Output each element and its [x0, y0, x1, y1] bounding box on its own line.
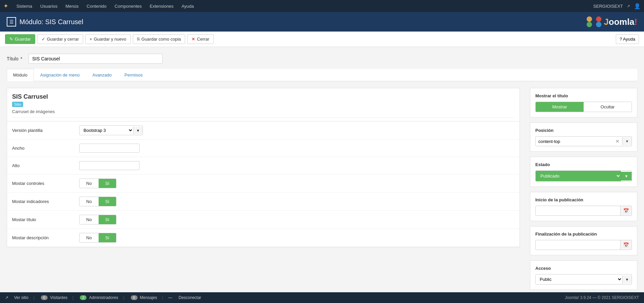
form-row-alto: Alto [7, 157, 520, 174]
visitantes-count: 0 [41, 295, 48, 300]
form-section: Versión plantilla Bootstrap 3 Bootstrap … [7, 121, 520, 247]
inicio-input[interactable] [536, 206, 620, 215]
titulo-mod-si-btn[interactable]: Sí [99, 215, 116, 224]
descripcion-si-btn[interactable]: Sí [99, 233, 116, 242]
version-select[interactable]: Bootstrap 3 Bootstrap 4 Bootstrap 5 [79, 126, 133, 135]
plus-icon: + [90, 37, 92, 42]
ver-sitio-icon: ↗ [5, 295, 8, 300]
label-indicadores: Mostar indicadores [12, 199, 79, 204]
close-button[interactable]: ✕ Cerrar [187, 34, 214, 44]
footer-version: Joomla! 3.9.24 [565, 295, 591, 300]
joomla-logo: Joomla! [586, 16, 637, 28]
acceso-select[interactable]: Public Guest Registered Special Super Us… [536, 274, 622, 284]
show-btn[interactable]: Mostrar [536, 102, 584, 112]
nav-componentes[interactable]: Componentes [111, 0, 146, 12]
save-copy-button[interactable]: ⎘ Guardar como copia [133, 34, 185, 44]
ancho-input[interactable] [79, 144, 140, 153]
control-indicadores: No Sí [79, 197, 515, 206]
admins-badge: 2 Administradores [78, 295, 118, 300]
title-label: Título * [7, 56, 23, 61]
indicadores-no-btn[interactable]: No [79, 197, 99, 206]
control-ancho [79, 144, 515, 153]
acceso-select-wrapper: Public Guest Registered Special Super Us… [535, 274, 632, 285]
title-row: Título * [7, 54, 637, 64]
position-dropdown-btn[interactable]: ▼ [622, 137, 632, 145]
control-version: Bootstrap 3 Bootstrap 4 Bootstrap 5 ▼ [79, 125, 515, 135]
estado-select[interactable]: Publicado No publicado Archivado En la p… [536, 171, 621, 181]
toolbar: ✎ Guardar ✓ Guardar y cerrar + Guardar y… [0, 32, 644, 47]
help-icon: ? [620, 37, 622, 42]
user-section: SERGIOISEXT ↗ 👤 [593, 3, 641, 9]
control-controles: No Sí [79, 179, 515, 188]
version-select-wrapper[interactable]: Bootstrap 3 Bootstrap 4 Bootstrap 5 ▼ [79, 125, 143, 135]
main-content: Título * Módulo Asignación de menú Avanz… [0, 47, 644, 303]
estado-select-wrapper: Publicado No publicado Archivado En la p… [535, 170, 632, 182]
title-input[interactable] [29, 54, 163, 64]
estado-dropdown-arrow[interactable]: ▼ [621, 172, 632, 181]
label-alto: Alto [12, 163, 79, 168]
acceso-section: Acceso Public Guest Registered Special S… [530, 260, 637, 290]
save-close-button[interactable]: ✓ Guardar y cerrar [37, 34, 83, 44]
tab-modulo[interactable]: Módulo [7, 69, 34, 81]
page-title: Módulo: SIS Carrusel [19, 18, 83, 26]
alto-input[interactable] [79, 161, 140, 170]
mensajes-label: Mensajes [140, 295, 157, 300]
indicadores-toggle: No Sí [79, 197, 116, 206]
tabs-bar: Módulo Asignación de menú Avanzado Permi… [7, 69, 637, 81]
titulo-mod-no-btn[interactable]: No [79, 215, 99, 224]
username-label[interactable]: SERGIOISEXT [593, 4, 623, 9]
ver-sitio-link[interactable]: Ver sitio [14, 295, 29, 300]
form-row-version: Versión plantilla Bootstrap 3 Bootstrap … [7, 121, 520, 140]
inicio-calendar-btn[interactable]: 📅 [620, 206, 632, 215]
label-titulo-mod: Mostar título [12, 217, 79, 222]
save-label: Guardar [15, 37, 31, 42]
controles-si-btn[interactable]: Sí [99, 179, 116, 188]
toolbar-right: ? Ayuda [616, 34, 639, 44]
save-button[interactable]: ✎ Guardar [5, 34, 35, 44]
tab-avanzado[interactable]: Avanzado [86, 69, 118, 81]
position-label: Posición [535, 128, 632, 133]
footer-copyright: © 2021 SERGIOISEXT [597, 295, 639, 300]
nav-extensiones[interactable]: Extensiones [146, 0, 178, 12]
finalizacion-input[interactable] [536, 241, 620, 250]
save-new-button[interactable]: + Guardar y nuevo [85, 34, 130, 44]
indicadores-si-btn[interactable]: Sí [99, 197, 116, 206]
finalizacion-section: Finalización de la publicación 📅 [530, 226, 637, 255]
label-ancho: Ancho [12, 146, 79, 151]
finalizacion-calendar-btn[interactable]: 📅 [620, 240, 632, 250]
inicio-section: Inicio de la publicación 📅 [530, 192, 637, 221]
show-hide-toggle: Mostrar Ocultar [535, 102, 632, 112]
footer-right: Joomla! 3.9.24 — © 2021 SERGIOISEXT [565, 295, 639, 300]
position-clear-btn[interactable]: ✕ [613, 137, 622, 146]
label-version: Versión plantilla [12, 128, 79, 133]
svg-point-1 [596, 16, 601, 22]
descripcion-toggle: No Sí [79, 233, 116, 243]
tab-asignacion[interactable]: Asignación de menú [34, 69, 86, 81]
inicio-label: Inicio de la publicación [535, 197, 632, 202]
form-row-indicadores: Mostar indicadores No Sí [7, 193, 520, 211]
joomla-nav-icon: ✦ [3, 2, 8, 10]
show-title-label: Mostrar el título [535, 93, 632, 98]
label-descripcion: Mostar descripción [12, 235, 79, 240]
control-titulo-mod: No Sí [79, 215, 515, 224]
position-input[interactable] [536, 137, 613, 146]
close-icon: ✕ [192, 37, 195, 42]
help-button[interactable]: ? Ayuda [616, 34, 639, 44]
user-account-icon[interactable]: 👤 [634, 3, 641, 9]
nav-contenido[interactable]: Contenido [83, 0, 110, 12]
controles-no-btn[interactable]: No [79, 179, 99, 188]
close-label: Cerrar [197, 37, 209, 42]
nav-menus[interactable]: Menús [61, 0, 83, 12]
descripcion-no-btn[interactable]: No [79, 233, 99, 242]
desconectar-link[interactable]: Desconectar [178, 295, 201, 300]
inicio-date-field: 📅 [535, 206, 632, 216]
acceso-dropdown-arrow[interactable]: ▼ [622, 275, 632, 284]
nav-sistema[interactable]: Sistema [12, 0, 36, 12]
joomla-logo-svg [586, 16, 602, 28]
version-dropdown-btn[interactable]: ▼ [133, 127, 143, 134]
hide-btn[interactable]: Ocultar [584, 102, 632, 112]
tab-permisos[interactable]: Permisos [118, 69, 149, 81]
nav-ayuda[interactable]: Ayuda [177, 0, 198, 12]
external-link-icon: ↗ [627, 4, 630, 8]
nav-usuarios[interactable]: Usuarios [36, 0, 61, 12]
